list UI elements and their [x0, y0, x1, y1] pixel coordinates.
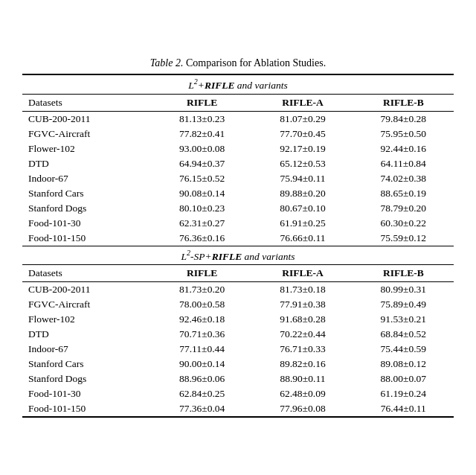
- cell-1-3: 75.89±0.49: [353, 297, 454, 312]
- cell-3-0: DTD: [22, 327, 152, 342]
- table-row: Stanford Cars90.00±0.1489.82±0.1689.08±0…: [22, 357, 454, 372]
- cell-7-1: 62.84±0.25: [152, 386, 252, 401]
- cell-6-3: 78.79±0.20: [353, 201, 454, 216]
- col-header-1: RIFLE: [152, 265, 252, 282]
- col-header-1: RIFLE: [152, 94, 252, 111]
- table-row: Flower-10293.00±0.0892.17±0.1992.44±0.16: [22, 141, 454, 156]
- cell-3-1: 70.71±0.36: [152, 327, 252, 342]
- cell-3-2: 65.12±0.53: [252, 156, 353, 171]
- cell-7-0: Food-101-30: [22, 386, 152, 401]
- cell-0-2: 81.07±0.29: [252, 111, 353, 127]
- cell-2-1: 92.46±0.18: [152, 312, 252, 327]
- cell-1-1: 78.00±0.58: [152, 297, 252, 312]
- cell-3-0: DTD: [22, 156, 152, 171]
- cell-1-1: 77.82±0.41: [152, 127, 252, 141]
- cell-8-0: Food-101-150: [22, 231, 152, 246]
- cell-8-2: 76.66±0.11: [252, 231, 353, 246]
- cell-6-1: 80.10±0.23: [152, 201, 252, 216]
- table-row: Stanford Cars90.08±0.1489.88±0.2088.65±0…: [22, 186, 454, 201]
- cell-5-2: 89.88±0.20: [252, 186, 353, 201]
- cell-4-2: 75.94±0.11: [252, 171, 353, 186]
- cell-0-3: 80.99±0.31: [353, 282, 454, 298]
- cell-6-1: 88.96±0.06: [152, 372, 252, 386]
- table-row: DTD70.71±0.3670.22±0.4468.84±0.52: [22, 327, 454, 342]
- cell-1-2: 77.91±0.38: [252, 297, 353, 312]
- cell-8-2: 77.96±0.08: [252, 401, 353, 417]
- cell-3-1: 64.94±0.37: [152, 156, 252, 171]
- cell-8-1: 77.36±0.04: [152, 401, 252, 417]
- cell-1-0: FGVC-Aircraft: [22, 127, 152, 141]
- table-row: Food-101-3062.31±0.2761.91±0.2560.30±0.2…: [22, 216, 454, 231]
- col-header-2: RIFLE-A: [252, 265, 353, 282]
- comparison-table: L2+RIFLE and variantsDatasetsRIFLERIFLE-…: [22, 74, 454, 418]
- cell-6-0: Stanford Dogs: [22, 372, 152, 386]
- cell-8-1: 76.36±0.16: [152, 231, 252, 246]
- cell-2-3: 92.44±0.16: [353, 141, 454, 156]
- table-row: CUB-200-201181.13±0.2381.07±0.2979.84±0.…: [22, 111, 454, 127]
- cell-0-0: CUB-200-2011: [22, 111, 152, 127]
- cell-3-3: 64.11±0.84: [353, 156, 454, 171]
- table-row: Indoor-6777.11±0.4476.71±0.3375.44±0.59: [22, 342, 454, 357]
- cell-2-1: 93.00±0.08: [152, 141, 252, 156]
- cell-4-1: 76.15±0.52: [152, 171, 252, 186]
- table-row: Indoor-6776.15±0.5275.94±0.1174.02±0.38: [22, 171, 454, 186]
- section-header: L2+RIFLE and variants: [22, 74, 454, 94]
- cell-4-3: 75.44±0.59: [353, 342, 454, 357]
- cell-8-3: 76.44±0.11: [353, 401, 454, 417]
- cell-3-3: 68.84±0.52: [353, 327, 454, 342]
- cell-5-3: 89.08±0.12: [353, 357, 454, 372]
- table-row: Food-101-15077.36±0.0477.96±0.0876.44±0.…: [22, 401, 454, 417]
- table-row: CUB-200-201181.73±0.2081.73±0.1880.99±0.…: [22, 282, 454, 298]
- col-header-3: RIFLE-B: [353, 94, 454, 111]
- col-header-0: Datasets: [22, 94, 152, 111]
- col-header-3: RIFLE-B: [353, 265, 454, 282]
- table-caption: Table 2. Comparison for Ablation Studies…: [22, 57, 454, 69]
- cell-7-0: Food-101-30: [22, 216, 152, 231]
- cell-6-3: 88.00±0.07: [353, 372, 454, 386]
- cell-7-1: 62.31±0.27: [152, 216, 252, 231]
- cell-2-0: Flower-102: [22, 141, 152, 156]
- cell-7-2: 61.91±0.25: [252, 216, 353, 231]
- cell-0-2: 81.73±0.18: [252, 282, 353, 298]
- caption-text: Comparison for Ablation Studies.: [183, 57, 326, 68]
- section-header: L2-SP+RIFLE and variants: [22, 246, 454, 265]
- col-header-2: RIFLE-A: [252, 94, 353, 111]
- cell-1-2: 77.70±0.45: [252, 127, 353, 141]
- cell-5-1: 90.08±0.14: [152, 186, 252, 201]
- table-row: Flower-10292.46±0.1891.68±0.2891.53±0.21: [22, 312, 454, 327]
- cell-4-0: Indoor-67: [22, 342, 152, 357]
- cell-6-0: Stanford Dogs: [22, 201, 152, 216]
- cell-0-3: 79.84±0.28: [353, 111, 454, 127]
- cell-2-2: 91.68±0.28: [252, 312, 353, 327]
- cell-5-2: 89.82±0.16: [252, 357, 353, 372]
- cell-5-1: 90.00±0.14: [152, 357, 252, 372]
- cell-1-3: 75.95±0.50: [353, 127, 454, 141]
- caption-label: Table 2.: [150, 57, 184, 68]
- cell-0-0: CUB-200-2011: [22, 282, 152, 298]
- cell-4-2: 76.71±0.33: [252, 342, 353, 357]
- cell-0-1: 81.73±0.20: [152, 282, 252, 298]
- cell-0-1: 81.13±0.23: [152, 111, 252, 127]
- cell-2-0: Flower-102: [22, 312, 152, 327]
- cell-6-2: 80.67±0.10: [252, 201, 353, 216]
- cell-8-0: Food-101-150: [22, 401, 152, 417]
- col-header-0: Datasets: [22, 265, 152, 282]
- cell-6-2: 88.90±0.11: [252, 372, 353, 386]
- cell-7-3: 60.30±0.22: [353, 216, 454, 231]
- cell-7-2: 62.48±0.09: [252, 386, 353, 401]
- cell-4-0: Indoor-67: [22, 171, 152, 186]
- cell-3-2: 70.22±0.44: [252, 327, 353, 342]
- table-row: FGVC-Aircraft78.00±0.5877.91±0.3875.89±0…: [22, 297, 454, 312]
- cell-8-3: 75.59±0.12: [353, 231, 454, 246]
- cell-4-3: 74.02±0.38: [353, 171, 454, 186]
- table-container: Table 2. Comparison for Ablation Studies…: [22, 57, 454, 418]
- table-row: Food-101-15076.36±0.1676.66±0.1175.59±0.…: [22, 231, 454, 246]
- cell-5-3: 88.65±0.19: [353, 186, 454, 201]
- cell-7-3: 61.19±0.24: [353, 386, 454, 401]
- cell-2-3: 91.53±0.21: [353, 312, 454, 327]
- table-row: Food-101-3062.84±0.2562.48±0.0961.19±0.2…: [22, 386, 454, 401]
- cell-2-2: 92.17±0.19: [252, 141, 353, 156]
- table-row: FGVC-Aircraft77.82±0.4177.70±0.4575.95±0…: [22, 127, 454, 141]
- cell-1-0: FGVC-Aircraft: [22, 297, 152, 312]
- cell-5-0: Stanford Cars: [22, 186, 152, 201]
